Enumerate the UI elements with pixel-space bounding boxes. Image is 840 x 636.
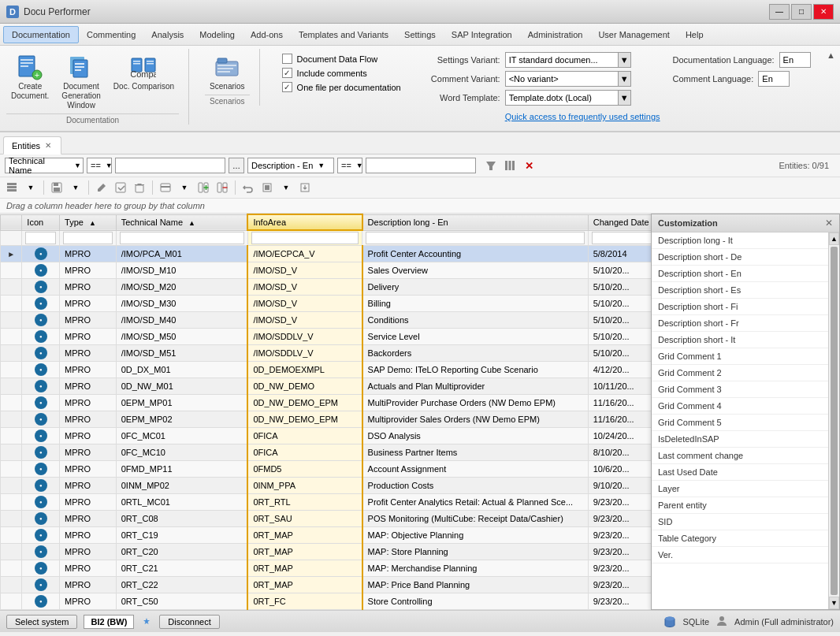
customization-list-item[interactable]: Description long - It	[652, 232, 828, 249]
customization-list-item[interactable]: Ver.	[652, 547, 828, 563]
filter-options-button[interactable]: …	[229, 158, 244, 173]
word-template-dropdown[interactable]: ▼	[618, 91, 630, 105]
toolbar-btn-save2[interactable]	[112, 179, 129, 196]
filter-field2-combo[interactable]: Description - En ▼	[247, 158, 334, 173]
col-header-desc[interactable]: Description long - En	[362, 214, 589, 230]
filter-op1-combo[interactable]: == ▼	[87, 158, 112, 173]
toolbar-btn-undo[interactable]	[240, 179, 257, 196]
customization-list-item[interactable]: Grid Comment 2	[652, 365, 828, 381]
menu-modeling[interactable]: Modeling	[191, 27, 243, 43]
customization-list-item[interactable]: Description short - It	[652, 332, 828, 348]
customization-list-item[interactable]: Last Used Date	[652, 464, 828, 481]
menu-settings[interactable]: Settings	[396, 27, 444, 43]
tab-entities-close[interactable]: ✕	[43, 140, 53, 151]
techname-cell: 0RT_C22	[116, 577, 247, 593]
custom-scroll-up[interactable]: ▲	[829, 232, 839, 245]
minimize-button[interactable]: —	[769, 4, 790, 20]
scenarios-button[interactable]: Scenarios	[205, 52, 249, 95]
disconnect-button[interactable]: Disconnect	[159, 615, 219, 629]
filter-value2-field[interactable]	[366, 158, 476, 173]
word-template-combo[interactable]: Template.dotx (Local) ▼	[505, 90, 631, 106]
doc-gen-window-button[interactable]: DocumentGenerationWindow	[57, 52, 105, 113]
customization-list-item[interactable]: Description short - Fi	[652, 299, 828, 315]
customization-list-item[interactable]: Description short - De	[652, 249, 828, 266]
col-header-infoarea[interactable]: InfoArea	[247, 214, 362, 230]
desc-cell: MAP: Merchandise Planning	[362, 560, 589, 577]
filter-value1-input[interactable]	[116, 161, 225, 170]
customization-list-item[interactable]: Last comment change	[652, 448, 828, 464]
customization-list-item[interactable]: Grid Comment 3	[652, 381, 828, 398]
menu-help[interactable]: Help	[678, 27, 712, 43]
doc-comparison-button[interactable]: Doc. Comparison Doc. Comparison	[109, 52, 179, 95]
toolbar-btn-dropdown3[interactable]: ▼	[176, 179, 193, 196]
filter-icon[interactable]	[25, 232, 56, 244]
menu-addons[interactable]: Add-ons	[243, 27, 291, 43]
menu-user[interactable]: User Management	[590, 27, 678, 43]
customization-list-item[interactable]: Table Category	[652, 530, 828, 547]
customization-list-item[interactable]: Grid Comment 5	[652, 415, 828, 431]
toolbar-btn-discard[interactable]	[131, 179, 148, 196]
toolbar-btn-col-remove[interactable]	[214, 179, 231, 196]
comment-variant-combo[interactable]: <No variant> ▼	[505, 71, 631, 87]
customization-list-item[interactable]: Grid Comment 4	[652, 398, 828, 415]
filter-desc[interactable]	[366, 232, 585, 244]
menu-commenting[interactable]: Commenting	[79, 27, 143, 43]
select-system-button[interactable]: Select system	[6, 615, 77, 629]
custom-scroll-down[interactable]: ▼	[829, 597, 839, 609]
menu-documentation[interactable]: Documentation	[3, 26, 79, 43]
customization-list-item[interactable]: Description short - Fr	[652, 315, 828, 332]
custom-scroll-thumb[interactable]	[831, 247, 838, 595]
customization-list-item[interactable]: Grid Comment 1	[652, 348, 828, 365]
customization-close-button[interactable]: ✕	[825, 218, 833, 229]
menu-analysis[interactable]: Analysis	[143, 27, 191, 43]
filter-columns-button[interactable]	[501, 157, 518, 174]
filter-infoarea[interactable]	[251, 232, 359, 244]
toolbar-btn-dropdown4[interactable]: ▼	[277, 179, 295, 196]
doc-lang-combo[interactable]: En ▼	[779, 52, 811, 68]
col-header-type[interactable]: Type ▲	[60, 214, 117, 230]
toolbar-btn-dropdown2[interactable]: ▼	[67, 179, 84, 196]
toolbar-btn-dropdown1[interactable]: ▼	[22, 179, 39, 196]
toolbar-btn-nav[interactable]	[157, 179, 174, 196]
close-button[interactable]: ✕	[813, 4, 834, 20]
maximize-button[interactable]: □	[791, 4, 812, 20]
customization-list-item[interactable]: Layer	[652, 481, 828, 497]
settings-variant-dropdown[interactable]: ▼	[618, 53, 630, 67]
toolbar-btn-import[interactable]	[258, 179, 276, 196]
one-file-checkbox[interactable]	[282, 82, 292, 92]
customization-list-item[interactable]: Parent entity	[652, 497, 828, 514]
col-header-icon[interactable]: Icon	[22, 214, 60, 230]
toolbar-btn-col-add[interactable]	[195, 179, 212, 196]
create-document-button[interactable]: + CreateDocument.	[6, 52, 54, 104]
filter-clear-button[interactable]: ✕	[520, 157, 537, 174]
techname-cell: 0RTL_MC01	[116, 494, 247, 511]
customization-list-item[interactable]: SID	[652, 514, 828, 530]
filter-op2-combo[interactable]: == ▼	[337, 158, 362, 173]
filter-value2-input[interactable]	[366, 161, 475, 170]
menu-admin[interactable]: Administration	[520, 27, 591, 43]
quick-access-link[interactable]: Quick access to frequently used settings	[505, 110, 660, 123]
col-header-techname[interactable]: Technical Name ▲	[116, 214, 247, 230]
comment-variant-dropdown[interactable]: ▼	[618, 72, 630, 86]
filter-type[interactable]	[63, 232, 113, 244]
customization-list-item[interactable]: IsDeletedInSAP	[652, 431, 828, 448]
tab-entities[interactable]: Entities ✕	[3, 136, 61, 154]
customization-scrollbar[interactable]: ▲ ▼	[828, 232, 839, 609]
toolbar-btn-save[interactable]	[48, 179, 65, 196]
filter-apply-button[interactable]	[482, 157, 500, 174]
customization-list-item[interactable]: Description short - Es	[652, 282, 828, 299]
toolbar-btn-view[interactable]	[3, 179, 20, 196]
toolbar-btn-edit[interactable]	[93, 179, 110, 196]
filter-field-combo[interactable]: Technical Name ▼	[5, 158, 84, 173]
filter-techname[interactable]	[120, 232, 244, 244]
toolbar-btn-export[interactable]	[296, 179, 314, 196]
include-comments-checkbox[interactable]	[282, 68, 292, 78]
customization-list-item[interactable]: Description short - En	[652, 266, 828, 282]
settings-variant-combo[interactable]: IT standard documen... ▼	[505, 52, 631, 68]
ribbon-collapse[interactable]: ▲	[827, 50, 835, 60]
doc-data-flow-checkbox[interactable]	[282, 54, 292, 64]
menu-templates[interactable]: Templates and Variants	[291, 27, 396, 43]
filter-value1-field[interactable]	[115, 158, 225, 173]
comment-lang-combo[interactable]: En ▼	[758, 71, 790, 87]
menu-sap[interactable]: SAP Integration	[444, 27, 520, 43]
